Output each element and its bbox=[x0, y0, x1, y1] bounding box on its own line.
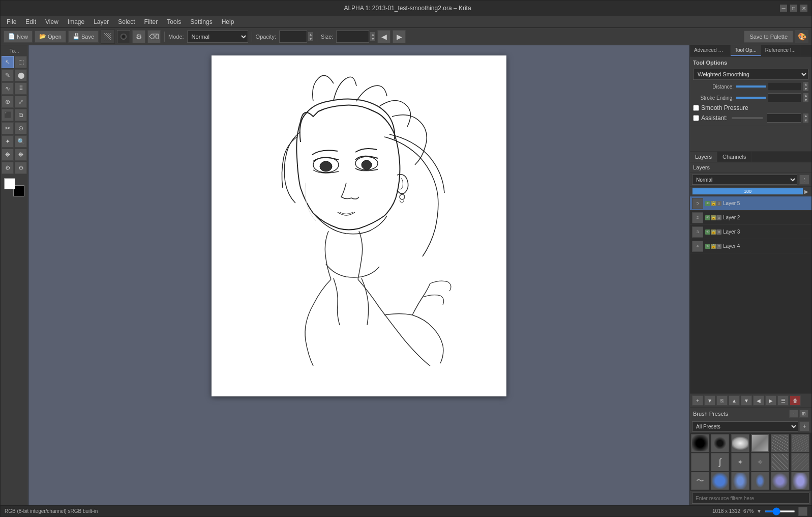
brush-preset[interactable]: ✧ bbox=[751, 453, 769, 471]
layers-mode-extra[interactable]: ⋮ bbox=[799, 175, 809, 185]
brush-preset[interactable]: 〜 bbox=[691, 472, 709, 490]
brush-preset[interactable] bbox=[771, 434, 789, 452]
zoom-slider[interactable] bbox=[765, 510, 795, 512]
brush-preset[interactable] bbox=[731, 434, 749, 452]
brush-preset[interactable] bbox=[791, 434, 809, 452]
layer-dropdown-btn[interactable]: ▼ bbox=[704, 395, 715, 406]
tool-option1[interactable]: ❋ bbox=[2, 149, 14, 161]
maximize-button[interactable]: □ bbox=[790, 5, 797, 12]
assistant-slider[interactable] bbox=[732, 117, 762, 119]
eye-icon[interactable]: 👁 bbox=[705, 229, 710, 235]
tab-tool-options[interactable]: Tool Op... bbox=[731, 45, 761, 56]
tool-rectangle[interactable]: ⬛ bbox=[2, 109, 14, 121]
tab-advanced-color[interactable]: Advanced Color Sel... bbox=[690, 45, 731, 56]
brush-preset[interactable] bbox=[711, 434, 729, 452]
alpha-icon[interactable]: α bbox=[716, 244, 721, 249]
tool-setting2[interactable]: ⚙ bbox=[15, 162, 27, 174]
distance-down[interactable]: ▼ bbox=[803, 87, 808, 91]
stroke-ending-slider[interactable] bbox=[736, 97, 766, 99]
brush-preset[interactable] bbox=[771, 472, 789, 490]
menu-file[interactable]: File bbox=[3, 17, 20, 26]
layers-tab-layers[interactable]: Layers bbox=[690, 152, 717, 162]
lock-icon[interactable]: 🔒 bbox=[711, 215, 716, 220]
layer-next-btn[interactable]: ▶ bbox=[765, 395, 776, 406]
tool-shape[interactable]: ⧉ bbox=[15, 109, 27, 121]
brush-view-btn[interactable]: ⊞ bbox=[799, 410, 808, 418]
menu-select[interactable]: Select bbox=[114, 17, 139, 26]
lock-icon[interactable]: 🔒 bbox=[711, 229, 716, 235]
tool-zoom[interactable]: 🔍 bbox=[15, 135, 27, 148]
stroke-ending-up[interactable]: ▲ bbox=[803, 93, 808, 98]
tool-dots[interactable]: ⠿ bbox=[15, 82, 27, 95]
brush-preset[interactable]: ∫ bbox=[711, 453, 729, 471]
brush-preset[interactable] bbox=[731, 472, 749, 490]
tool-eyedropper[interactable]: ✦ bbox=[2, 135, 14, 148]
menu-tools[interactable]: Tools bbox=[163, 17, 185, 26]
resource-filter-input[interactable] bbox=[692, 493, 809, 504]
tool-setting1[interactable]: ⚙ bbox=[2, 162, 14, 174]
layers-tab-channels[interactable]: Channels bbox=[717, 152, 751, 162]
foreground-color[interactable] bbox=[4, 178, 15, 189]
assistant-input[interactable]: 1000 bbox=[767, 113, 801, 123]
alpha-icon[interactable]: α bbox=[716, 201, 721, 206]
smooth-pressure-checkbox[interactable] bbox=[693, 105, 699, 111]
minimize-button[interactable]: ─ bbox=[780, 5, 787, 12]
brush-preset[interactable] bbox=[691, 434, 709, 452]
brush-preset[interactable] bbox=[711, 472, 729, 490]
layer-item[interactable]: 4 👁 🔒 α Layer 4 bbox=[690, 239, 811, 253]
eraser-icon[interactable]: ⌫ bbox=[147, 30, 161, 43]
brush-preset[interactable] bbox=[791, 453, 809, 471]
assistant-up[interactable]: ▲ bbox=[803, 113, 808, 118]
save-palette-button[interactable]: Save to Palette bbox=[744, 31, 793, 43]
size-input[interactable]: 5.00 bbox=[336, 31, 369, 43]
color-picker[interactable] bbox=[4, 178, 24, 196]
zoom-fit-btn[interactable] bbox=[798, 507, 807, 516]
close-button[interactable]: ✕ bbox=[800, 5, 807, 12]
brush-preset[interactable] bbox=[751, 434, 769, 452]
menu-settings[interactable]: Settings bbox=[186, 17, 216, 26]
new-button[interactable]: 📄 New bbox=[4, 31, 33, 43]
assistant-down[interactable]: ▼ bbox=[803, 118, 808, 123]
menu-edit[interactable]: Edit bbox=[21, 17, 40, 26]
size-up-btn[interactable]: ▲ bbox=[370, 32, 375, 37]
distance-slider[interactable] bbox=[736, 85, 766, 88]
alpha-icon[interactable]: α bbox=[716, 215, 721, 220]
brush-add-btn[interactable]: + bbox=[799, 421, 809, 432]
smoothing-select[interactable]: Weighted Smoothing No Smoothing Basic Sm… bbox=[693, 69, 808, 80]
brush-preset[interactable] bbox=[751, 472, 769, 490]
delete-layer-btn[interactable]: 🗑 bbox=[790, 395, 801, 406]
opacity-down-btn[interactable]: ▼ bbox=[308, 37, 313, 41]
tool-option2[interactable]: ❋ bbox=[15, 149, 27, 161]
palette-icon[interactable]: 🎨 bbox=[795, 30, 808, 43]
alpha-icon[interactable]: α bbox=[716, 229, 721, 235]
layer-properties-btn[interactable]: ☰ bbox=[777, 395, 789, 406]
brush-preset[interactable] bbox=[771, 453, 789, 471]
canvas-area[interactable] bbox=[28, 45, 689, 505]
move-layer-up-btn[interactable]: ▲ bbox=[729, 395, 740, 406]
brush-filter-select[interactable]: All Presets Basic Inking bbox=[692, 421, 798, 432]
stroke-ending-down[interactable]: ▼ bbox=[803, 98, 808, 102]
layer-item[interactable]: 2 👁 🔒 α Layer 2 bbox=[690, 211, 811, 225]
zoom-dropdown-icon[interactable]: ▼ bbox=[757, 508, 762, 514]
layers-opacity-bar[interactable]: 100 bbox=[692, 188, 803, 195]
brush-settings-icon[interactable]: ⚙ bbox=[132, 30, 145, 43]
tool-gradient[interactable]: ✂ bbox=[2, 122, 14, 134]
brush-preset[interactable] bbox=[791, 472, 809, 490]
copy-layer-btn[interactable]: ⎘ bbox=[716, 395, 728, 406]
opacity-input[interactable]: 1.00 bbox=[279, 31, 307, 43]
layer-item[interactable]: 5 👁 🔒 α Layer 5 bbox=[690, 196, 811, 211]
brush-preview[interactable] bbox=[101, 30, 115, 44]
tool-path[interactable]: ⬚ bbox=[15, 56, 27, 68]
menu-image[interactable]: Image bbox=[64, 17, 88, 26]
menu-layer[interactable]: Layer bbox=[89, 17, 113, 26]
eye-icon[interactable]: 👁 bbox=[705, 244, 710, 249]
menu-filter[interactable]: Filter bbox=[140, 17, 162, 26]
opacity-arrow-right[interactable]: ▶ bbox=[803, 189, 809, 194]
brush-preset[interactable]: ✦ bbox=[731, 453, 749, 471]
size-down-btn[interactable]: ▼ bbox=[370, 37, 375, 41]
tab-reference[interactable]: Reference I... bbox=[761, 45, 800, 56]
tool-measure[interactable]: ⊙ bbox=[15, 122, 27, 134]
brush-preset[interactable] bbox=[691, 453, 709, 471]
menu-help[interactable]: Help bbox=[218, 17, 238, 26]
menu-view[interactable]: View bbox=[41, 17, 63, 26]
